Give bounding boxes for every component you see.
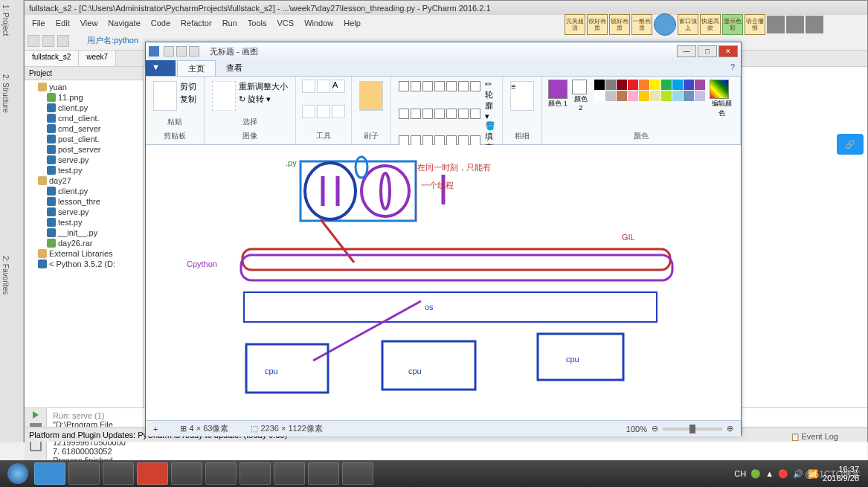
color-swatch[interactable] [594,80,605,90]
shape-preset[interactable] [411,109,421,119]
shape-preset[interactable] [458,109,469,119]
qat-undo-icon[interactable] [176,46,187,57]
fill-tool[interactable] [317,80,330,93]
sidebar-tab-project[interactable]: 1: Project [0,0,11,40]
taskbar-app2[interactable] [239,462,271,485]
sidebar-tab-structure[interactable]: 2: Structure [0,70,11,117]
menu-view[interactable]: View [76,17,103,29]
zoom-out-button[interactable]: ⊖ [652,424,658,433]
ime-indicator[interactable]: CH [734,469,746,478]
taskbar-chrome[interactable] [171,462,202,485]
color-swatch[interactable] [605,91,616,101]
thickness-button[interactable]: ≡ [510,81,534,111]
taskbar-word[interactable] [205,462,237,485]
qat-save-icon[interactable] [164,46,174,57]
tree-item[interactable]: serve.py [25,207,143,217]
color-swatch[interactable] [628,91,638,101]
menu-vcs[interactable]: VCS [273,17,299,29]
menu-refactor[interactable]: Refactor [176,17,216,29]
shape-preset[interactable] [446,81,457,91]
color-swatch[interactable] [672,91,683,101]
record-btn[interactable] [654,13,676,36]
close-button[interactable]: ✕ [718,45,738,57]
tree-item[interactable]: < Python 3.5.2 (D: [25,259,143,269]
brush-button[interactable] [359,81,383,111]
ribbon-tab-file[interactable]: ▼ [146,60,176,76]
help-icon[interactable]: ? [724,60,741,76]
tree-item[interactable]: cmd_client. [25,113,143,123]
zoom-in-button[interactable]: ⊕ [727,424,733,433]
color-swatch[interactable] [639,91,649,101]
menu-edit[interactable]: Edit [51,17,74,29]
tree-item[interactable]: client.py [25,186,143,196]
sidebar-tab-favorites[interactable]: 2: Favorites [0,251,11,299]
taskbar-paint[interactable] [342,462,373,485]
sync-icon[interactable] [57,35,69,47]
menu-tools[interactable]: Tools [243,17,271,29]
tree-item[interactable]: day27 [25,175,143,186]
path-tab-week[interactable]: week7 [79,51,116,66]
shape-preset[interactable] [446,109,457,119]
eraser-tool[interactable] [302,105,315,118]
taskbar-pycharm[interactable] [308,462,339,485]
project-header[interactable]: Project [25,67,143,80]
shape-preset[interactable] [411,81,421,91]
color1-swatch[interactable] [548,80,568,99]
tree-item[interactable]: test.py [25,165,143,175]
color-swatch[interactable] [684,91,694,101]
color2-swatch[interactable] [572,80,587,94]
picker-tool[interactable] [317,105,330,118]
extra-icon-1[interactable] [767,16,785,33]
maximize-button[interactable]: □ [698,45,717,57]
color-swatch[interactable] [695,80,705,90]
taskbar-explorer[interactable] [68,462,100,485]
tray-icon-1[interactable]: 🟢 [750,469,761,479]
tree-item[interactable]: 11.png [25,92,143,103]
shape-preset[interactable] [422,81,433,91]
extra-icon-3[interactable] [806,16,823,33]
zoom-slider[interactable] [663,428,722,430]
color-swatch[interactable] [695,91,705,101]
tree-item[interactable]: test.py [25,217,143,228]
menu-file[interactable]: File [28,17,50,29]
color-swatch[interactable] [594,91,605,101]
tree-item[interactable]: serve.py [25,155,143,165]
save-icon[interactable] [42,35,54,47]
color-swatch[interactable] [605,80,616,90]
menu-code[interactable]: Code [147,17,175,29]
quality-btn-2[interactable]: 较好画质 [609,14,630,35]
tree-item[interactable]: cmd_server [25,123,143,134]
color-swatch[interactable] [650,91,660,101]
taskbar-app1[interactable] [103,462,134,485]
color-swatch[interactable] [617,91,627,101]
shape-preset[interactable] [399,81,409,91]
tree-item[interactable]: External Libraries [25,248,143,259]
color-swatch[interactable] [672,80,683,90]
color-swatch[interactable] [628,80,638,90]
color-swatch[interactable] [617,80,627,90]
add-button[interactable]: + [153,425,158,433]
tray-icon-4[interactable]: 🔊 [793,469,803,479]
tree-item[interactable]: post_client. [25,134,143,144]
quality-btn-0[interactable]: 完美超清 [565,14,585,35]
color-swatch[interactable] [684,80,694,90]
color-swatch[interactable] [650,80,660,90]
shape-preset[interactable] [470,109,480,119]
select-button[interactable] [212,81,236,111]
extra-icon-2[interactable] [786,16,804,33]
paint-titlebar[interactable]: 无标题 - 画图 — □ ✕ [146,42,741,60]
cut-button[interactable]: 剪切 [180,81,196,92]
menu-window[interactable]: Window [300,17,338,29]
taskbar-app3[interactable] [274,462,305,485]
pencil-tool[interactable] [302,80,315,93]
paint-canvas[interactable]: .py 在同一时刻，只能有 一个线程 GIL Cpython os cpu cp… [146,145,741,420]
color-swatch[interactable] [661,91,672,101]
menu-run[interactable]: Run [218,17,242,29]
shape-preset[interactable] [434,81,445,91]
color-swatch[interactable] [639,80,649,90]
quality-btn-6[interactable]: 快速高效 [700,14,721,35]
zoom-tool[interactable] [332,105,345,118]
paste-button[interactable] [153,81,177,111]
edit-colors-button[interactable] [710,80,729,99]
shape-preset[interactable] [434,109,445,119]
